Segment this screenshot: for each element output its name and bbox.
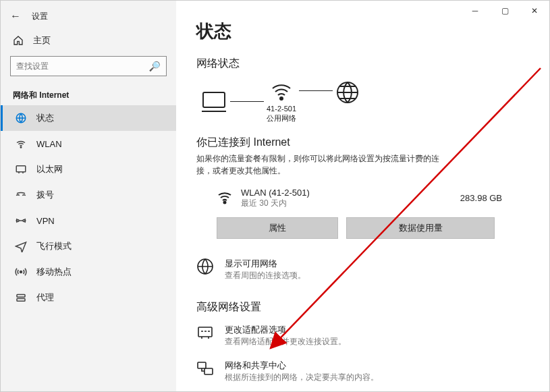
sharing-title: 网络和共享中心 (225, 360, 379, 372)
wlan-wifi-icon (217, 190, 233, 206)
svg-rect-7 (17, 299, 25, 302)
adapter-desc: 查看网络适配器并更改连接设置。 (225, 336, 346, 347)
svg-point-5 (20, 271, 22, 273)
nav-wlan[interactable]: WLAN (1, 131, 176, 157)
data-usage-button[interactable]: 数据使用量 (346, 217, 495, 239)
diagram-ssid: 41-2-501 (267, 104, 296, 113)
sharing-center-link[interactable]: 网络和共享中心 根据所连接到的网络，决定要共享的内容。 (196, 360, 529, 383)
minimize-button[interactable]: ─ (460, 1, 490, 21)
window-title: 设置 (32, 11, 48, 22)
svg-point-11 (224, 202, 226, 204)
nav-label: VPN (36, 216, 55, 226)
pc-icon (200, 90, 227, 114)
show-networks-icon (196, 258, 215, 277)
adapter-title: 更改适配器选项 (225, 324, 346, 336)
ethernet-icon (15, 163, 27, 175)
nav-airplane[interactable]: 飞行模式 (1, 233, 176, 259)
svg-rect-8 (203, 92, 225, 107)
maximize-button[interactable]: ▢ (490, 1, 520, 21)
svg-point-4 (23, 220, 25, 222)
globe-icon (335, 80, 360, 107)
vpn-icon (15, 215, 27, 227)
nav-label: WLAN (36, 139, 62, 149)
svg-rect-6 (17, 295, 25, 298)
nav-proxy[interactable]: 代理 (1, 285, 176, 310)
search-input-wrap[interactable]: 🔍 (10, 56, 167, 76)
svg-rect-15 (204, 368, 213, 374)
nav-label: 以太网 (36, 163, 63, 175)
properties-button[interactable]: 属性 (217, 217, 338, 239)
nav-label: 状态 (36, 112, 54, 124)
proxy-icon (15, 291, 27, 304)
router-wifi-icon (270, 80, 293, 103)
nav-hotspot[interactable]: 移动热点 (1, 259, 176, 285)
network-diagram: 41-2-501 公用网络 (200, 80, 529, 123)
dialup-icon (15, 189, 27, 201)
wifi-icon (15, 138, 27, 150)
svg-point-1 (20, 147, 22, 148)
wlan-subtitle: 最近 30 天内 (241, 198, 452, 209)
nav-list: 状态 WLAN 以太网 拨号 (1, 105, 176, 310)
nav-label: 移动热点 (36, 266, 72, 278)
page-title: 状态 (196, 20, 529, 43)
svg-rect-14 (198, 362, 206, 368)
connected-title: 你已连接到 Internet (196, 136, 529, 150)
nav-label: 拨号 (36, 189, 54, 201)
advanced-heading: 高级网络设置 (196, 300, 529, 314)
show-networks-title: 显示可用网络 (225, 258, 306, 270)
nav-status[interactable]: 状态 (1, 105, 176, 131)
back-button[interactable]: ← (10, 10, 21, 22)
close-button[interactable]: ✕ (520, 1, 549, 21)
sharing-icon (196, 360, 215, 379)
svg-point-3 (17, 220, 19, 222)
search-icon: 🔍 (149, 61, 161, 72)
show-networks-desc: 查看周围的连接选项。 (225, 270, 306, 281)
nav-label: 飞行模式 (36, 240, 72, 252)
home-label: 主页 (33, 34, 51, 47)
data-usage-value: 283.98 GB (460, 193, 502, 203)
nav-dialup[interactable]: 拨号 (1, 182, 176, 208)
diagram-net-type: 公用网络 (267, 113, 296, 123)
status-icon (15, 112, 27, 124)
adapter-icon (196, 324, 215, 343)
show-networks-link[interactable]: 显示可用网络 查看周围的连接选项。 (196, 258, 529, 281)
adapter-options-link[interactable]: 更改适配器选项 查看网络适配器并更改连接设置。 (196, 324, 529, 347)
home-icon (13, 35, 24, 46)
nav-ethernet[interactable]: 以太网 (1, 157, 176, 182)
svg-rect-2 (16, 166, 26, 172)
nav-vpn[interactable]: VPN (1, 208, 176, 233)
search-input[interactable] (16, 61, 149, 71)
section-heading: 网络和 Internet (1, 83, 176, 105)
network-status-heading: 网络状态 (196, 57, 529, 71)
wlan-name: WLAN (41-2-501) (241, 188, 452, 198)
home-link[interactable]: 主页 (1, 28, 176, 53)
hotspot-icon (15, 266, 27, 278)
airplane-icon (15, 240, 27, 252)
svg-point-9 (280, 97, 283, 100)
nav-label: 代理 (36, 291, 54, 304)
svg-rect-13 (198, 327, 212, 337)
connected-desc: 如果你的流量套餐有限制，则你可以将此网络设置为按流量计费的连接，或者更改其他属性… (196, 152, 439, 177)
sharing-desc: 根据所连接到的网络，决定要共享的内容。 (225, 372, 379, 383)
